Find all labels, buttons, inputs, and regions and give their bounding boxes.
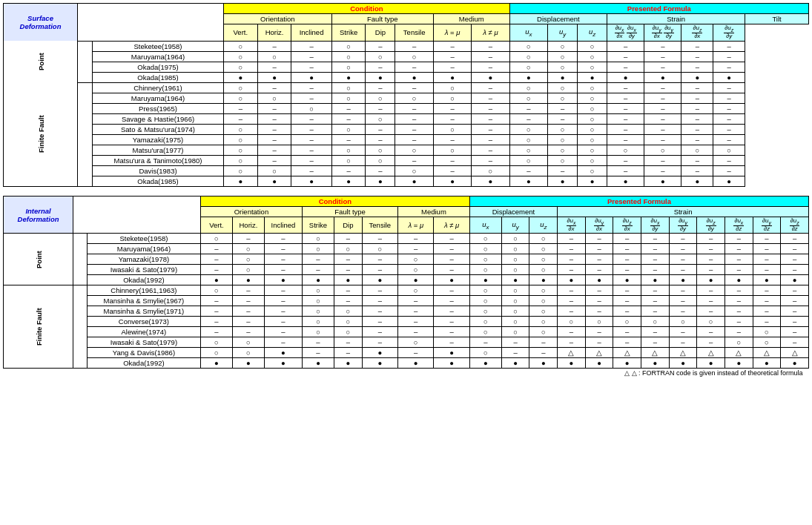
int-medium-header: Medium: [398, 206, 470, 217]
surface-point-maruyama64: Maruyama(1964) ○○– ○○○ –– ○○○ –– ––: [4, 51, 809, 62]
surface-point-okada85: Okada(1985) ●●● ●●● ●● ●●● ●● ●●: [4, 72, 809, 82]
surface-finite-matsura-tanimoto80: Matsu'ura & Tanimoto(1980) ○–– ○○– –– ○○…: [4, 155, 809, 165]
author-cell: Maruyama(1964): [93, 51, 224, 62]
int-col-s5: ∂uy∂y: [669, 217, 697, 234]
int-finite-mansinha67: Mansinha & Smylie(1967) ––– ○–– –– ○○○ –…: [4, 296, 809, 306]
internal-deformation-table: InternalDeformation Condition Presented …: [3, 196, 809, 378]
int-condition-header: Condition: [200, 196, 469, 206]
col-horiz: Horiz.: [257, 24, 291, 42]
int-col-strike: Strike: [303, 217, 334, 234]
author-cell: Sato & Matsu'ura(1974): [93, 124, 224, 134]
col-inclined: Inclined: [291, 24, 331, 42]
col-strike: Strike: [331, 24, 366, 42]
author-cell: Okada(1975): [93, 62, 224, 72]
int-col-s9: ∂uz∂z: [781, 217, 809, 234]
author-cell: Okada(1992): [87, 358, 200, 369]
int-finite-label: Finite Fault: [4, 285, 73, 369]
int-col-dip: Dip: [334, 217, 363, 234]
surface-point-okada75: Okada(1975) ○–– ○–– –– ○○○ –– ––: [4, 62, 809, 72]
col-duz-dx: ∂uz∂x: [681, 24, 713, 42]
tilt-header: Tilt: [745, 14, 809, 24]
author-cell: Mansinha & Smylie(1971): [87, 306, 200, 317]
medium-header: Medium: [433, 14, 509, 24]
author-cell: Mansinha & Smylie(1967): [87, 296, 200, 306]
note-text: △ : FORTRAN code is given instead of the…: [632, 369, 803, 377]
point-section-label: Point: [4, 41, 78, 82]
int-col-s2: ∂uy∂x: [585, 217, 613, 234]
int-fault-header: Fault type: [303, 206, 398, 217]
surface-finite-chinnery61: Finite Fault Chinnery(1961) ○–– ○–– ○– ○…: [4, 82, 809, 93]
col-uz: uz: [578, 24, 607, 42]
int-point-okada92: Okada(1992) ●●● ●●● ●● ●●● ●●●●●●●●●: [4, 275, 809, 285]
int-col-s8: ∂uy∂z: [753, 217, 781, 234]
author-cell: Yamazaki(1978): [87, 254, 200, 265]
int-finite-alewine74: Alewine(1974) ––– ○○– –– ○○○ –––––––○–: [4, 327, 809, 337]
author-cell: Iwasaki & Sato(1979): [87, 337, 200, 348]
displacement-header: Displacement: [509, 14, 607, 24]
author-cell: Iwasaki & Sato(1979): [87, 265, 200, 275]
col-lam-neq: λ ≠ μ: [472, 24, 509, 42]
col-dip: Dip: [366, 24, 395, 42]
col-ux: ux: [509, 24, 547, 42]
author-cell: Chinnery(1961): [93, 82, 224, 93]
surface-finite-yamazaki75: Yamazaki(1975) ○–– ––– –– ○○○ –– ––: [4, 134, 809, 145]
author-cell: Okada(1985): [93, 176, 224, 186]
surface-title: SurfaceDeformation: [4, 4, 78, 42]
finite-section-label: Finite Fault: [4, 82, 78, 186]
surface-finite-maruyama64: Maruyama(1964) ○○– ○○○ ○– ○○○ –– ––: [4, 93, 809, 103]
int-col-uy: uy: [501, 217, 529, 234]
author-cell: Chinnery(1961,1963): [87, 285, 200, 296]
int-col-tensile: Tensile: [362, 217, 397, 234]
int-orientation-header: Orientation: [200, 206, 302, 217]
int-point-maruyama64: Maruyama(1964) –○– ○○○ –– ○○○ –––––––––: [4, 244, 809, 254]
col-duy-dx: ∂uy∂x ∂uy∂y: [644, 24, 681, 42]
int-col-s3: ∂uz∂x: [613, 217, 641, 234]
fault-type-header: Fault type: [331, 14, 433, 24]
int-disp-header: Displacement: [469, 206, 557, 217]
author-cell: Savage & Hastie(1966): [93, 113, 224, 124]
int-point-label: Point: [4, 234, 73, 285]
author-cell: Press(1965): [93, 103, 224, 113]
int-col-lam-neq: λ ≠ μ: [434, 217, 469, 234]
col-vert: Vert.: [223, 24, 257, 42]
int-col-uz: uz: [529, 217, 558, 234]
int-col-s6: ∂uz∂y: [697, 217, 725, 234]
triangle-note-icon: △: [624, 369, 630, 377]
int-point-yamazaki78: Yamazaki(1978) –○– ––– ○– ○○○ –––––––––: [4, 254, 809, 265]
author-cell: Maruyama(1964): [87, 244, 200, 254]
col-uy: uy: [548, 24, 578, 42]
orientation-header: Orientation: [223, 14, 331, 24]
int-formula-header: Presented Formula: [469, 196, 808, 206]
int-finite-mansinha71: Mansinha & Smylie(1971) ––– ○○– –– ○○○ –…: [4, 306, 809, 317]
int-finite-iwasaki79: Iwasaki & Sato(1979) ○○– ––– ○– ––– ––––…: [4, 337, 809, 348]
int-finite-converse73: Converse(1973) ––– ○○– –– ○○○ ○○○○○○–––: [4, 317, 809, 327]
internal-title: InternalDeformation: [4, 196, 73, 234]
surface-finite-davis83: Davis(1983) ○○– ––○ –○ ––○ –– ––: [4, 165, 809, 176]
surface-finite-sato74: Sato & Matsu'ura(1974) ○–– ○–– ○– ○○○ ––…: [4, 124, 809, 134]
author-cell: Okada(1992): [87, 275, 200, 285]
author-cell: Matsu'ura(1977): [93, 145, 224, 155]
surface-finite-matsura77: Matsu'ura(1977) ○–– ○○○ ○– ○○○ ○○ ○○: [4, 145, 809, 155]
int-finite-chinnery61: Finite Fault Chinnery(1961,1963) ○–– ○––…: [4, 285, 809, 296]
surface-deformation-table: SurfaceDeformation Condition Presented F…: [3, 3, 809, 187]
author-cell: Maruyama(1964): [93, 93, 224, 103]
int-point-iwasaki79: Iwasaki & Sato(1979) –○– ––– ○– ○○○ ––––…: [4, 265, 809, 275]
col-dux-dx: ∂ux∂x ∂ux∂y: [607, 24, 644, 42]
strain-header: Strain: [607, 14, 745, 24]
int-finite-yang86: Yang & Davis(1986) ○○● ––● –● ○–– △△△△△△…: [4, 348, 809, 358]
int-col-horiz: Horiz.: [232, 217, 264, 234]
author-cell: Converse(1973): [87, 317, 200, 327]
author-cell: Matsu'ura & Tanimoto(1980): [93, 155, 224, 165]
note-row: △ △ : FORTRAN code is given instead of t…: [4, 369, 809, 378]
col-tensile: Tensile: [395, 24, 433, 42]
author-cell: Alewine(1974): [87, 327, 200, 337]
int-col-s4: ∂ux∂y: [641, 217, 670, 234]
int-col-lam-eq: λ = μ: [398, 217, 434, 234]
condition-header: Condition: [223, 4, 509, 14]
int-col-ux: ux: [469, 217, 501, 234]
author-cell: Davis(1983): [93, 165, 224, 176]
surface-finite-press65: Press(1965) ––○ ––– –– ––○ –– ––: [4, 103, 809, 113]
author-cell: Yamazaki(1975): [93, 134, 224, 145]
int-col-inclined: Inclined: [264, 217, 302, 234]
col-duz-dy: ∂uz∂y: [713, 24, 745, 42]
